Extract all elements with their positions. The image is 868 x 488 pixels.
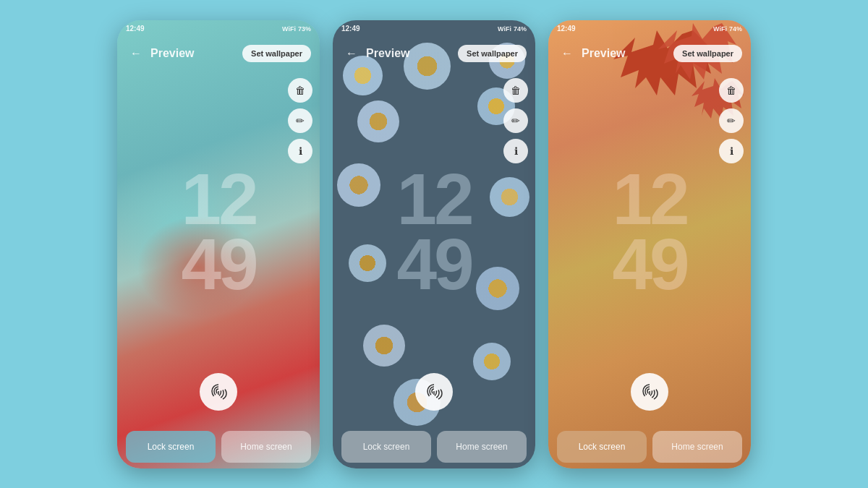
preview-title-2: Preview <box>366 47 409 60</box>
battery-2: 74% <box>514 25 527 33</box>
phone-previews-container: 12:49 WiFi 73% ← Preview Set wallpaper 🗑… <box>117 20 751 468</box>
status-time-2: 12:49 <box>341 25 360 33</box>
clock-display-3: 12 49 <box>612 166 686 296</box>
clock-bottom-3: 49 <box>612 231 686 296</box>
action-icons-3: 🗑 ✏ ℹ <box>719 78 744 163</box>
delete-icon-1[interactable]: 🗑 <box>288 78 312 103</box>
phone-header-1: ← Preview Set wallpaper <box>117 38 320 69</box>
fingerprint-button-3[interactable] <box>631 373 668 411</box>
status-time-3: 12:49 <box>557 25 576 33</box>
edit-icon-1[interactable]: ✏ <box>288 108 312 133</box>
edit-icon-3[interactable]: ✏ <box>719 108 744 133</box>
status-icons-2: WiFi 74% <box>498 25 527 33</box>
bottom-tabs-1: Lock screen Home screen <box>117 425 320 468</box>
info-icon-2[interactable]: ℹ <box>503 139 528 163</box>
clock-digits-2: 12 49 <box>396 166 471 296</box>
wifi-icon-2: WiFi <box>498 25 511 33</box>
status-time-1: 12:49 <box>126 25 145 33</box>
preview-title-1: Preview <box>150 47 194 60</box>
clock-bottom-1: 49 <box>181 231 255 296</box>
header-left-2: ← Preview <box>341 43 409 64</box>
action-icons-1: 🗑 ✏ ℹ <box>288 78 312 163</box>
wifi-icon-1: WiFi <box>282 25 296 33</box>
status-bar-3: 12:49 WiFi 74% <box>548 20 751 38</box>
phone-preview-1: 12:49 WiFi 73% ← Preview Set wallpaper 🗑… <box>117 20 320 468</box>
status-icons-3: WiFi 74% <box>713 25 742 33</box>
home-screen-tab-2[interactable]: Home screen <box>437 431 527 463</box>
status-bar-1: 12:49 WiFi 73% <box>117 20 320 38</box>
clock-display-1: 12 49 <box>181 166 255 296</box>
back-button-1[interactable]: ← <box>126 43 146 64</box>
action-icons-2: 🗑 ✏ ℹ <box>503 78 528 163</box>
set-wallpaper-button-1[interactable]: Set wallpaper <box>242 45 311 62</box>
fingerprint-button-1[interactable] <box>200 373 237 411</box>
lock-screen-tab-1[interactable]: Lock screen <box>126 431 216 463</box>
back-button-3[interactable]: ← <box>557 43 577 64</box>
clock-top-1: 12 <box>181 166 255 231</box>
bottom-tabs-2: Lock screen Home screen <box>333 425 535 468</box>
edit-icon-2[interactable]: ✏ <box>503 108 528 133</box>
lock-screen-tab-2[interactable]: Lock screen <box>341 431 431 463</box>
info-icon-3[interactable]: ℹ <box>719 139 744 163</box>
phone-preview-2: 12:49 WiFi 74% ← Preview Set wallpaper 🗑… <box>333 20 535 468</box>
preview-title-3: Preview <box>582 47 625 60</box>
clock-top-2: 12 <box>396 166 471 231</box>
delete-icon-2[interactable]: 🗑 <box>503 78 528 103</box>
header-left-1: ← Preview <box>126 43 194 64</box>
battery-1: 73% <box>298 25 311 33</box>
home-screen-tab-1[interactable]: Home screen <box>221 431 311 463</box>
set-wallpaper-button-3[interactable]: Set wallpaper <box>673 45 742 62</box>
phone-header-2: ← Preview Set wallpaper <box>333 38 535 69</box>
clock-bottom-2: 49 <box>396 231 471 296</box>
phone-preview-3: 12:49 WiFi 74% ← Preview Set wallpaper 🗑… <box>548 20 751 468</box>
clock-display-2: 12 49 <box>396 166 471 296</box>
home-screen-tab-3[interactable]: Home screen <box>652 431 742 463</box>
status-icons-1: WiFi 73% <box>282 25 311 33</box>
bottom-tabs-3: Lock screen Home screen <box>548 425 751 468</box>
delete-icon-3[interactable]: 🗑 <box>719 78 744 103</box>
clock-top-3: 12 <box>612 166 686 231</box>
fingerprint-button-2[interactable] <box>415 373 453 411</box>
header-left-3: ← Preview <box>557 43 625 64</box>
lock-screen-tab-3[interactable]: Lock screen <box>557 431 647 463</box>
info-icon-1[interactable]: ℹ <box>288 139 312 163</box>
back-button-2[interactable]: ← <box>341 43 362 64</box>
clock-digits-3: 12 49 <box>612 166 686 296</box>
status-bar-2: 12:49 WiFi 74% <box>333 20 535 38</box>
set-wallpaper-button-2[interactable]: Set wallpaper <box>458 45 527 62</box>
battery-3: 74% <box>729 25 742 33</box>
wifi-icon-3: WiFi <box>713 25 727 33</box>
clock-digits-1: 12 49 <box>181 166 255 296</box>
phone-header-3: ← Preview Set wallpaper <box>548 38 751 69</box>
